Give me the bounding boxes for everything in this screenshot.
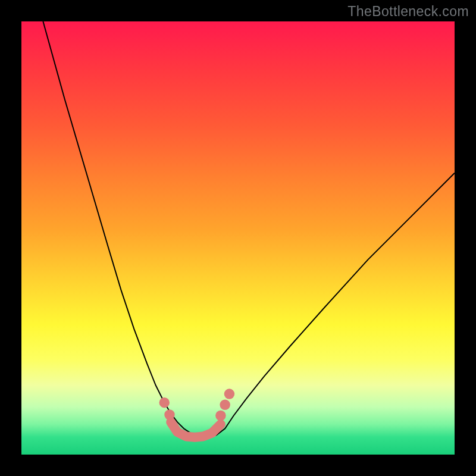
marker-dot-3 [220, 400, 230, 410]
marker-dot-0 [159, 397, 170, 408]
marker-dot-4 [224, 389, 234, 399]
right-curve [208, 173, 455, 437]
chart-frame: TheBottleneck.com [0, 0, 476, 476]
marker-dot-2 [215, 411, 226, 421]
plot-area [21, 21, 455, 455]
bottom-arc [171, 422, 221, 437]
left-curve [43, 21, 208, 437]
marker-dot-1 [164, 409, 174, 419]
curves-svg [21, 21, 455, 455]
watermark-text: TheBottleneck.com [347, 4, 469, 20]
